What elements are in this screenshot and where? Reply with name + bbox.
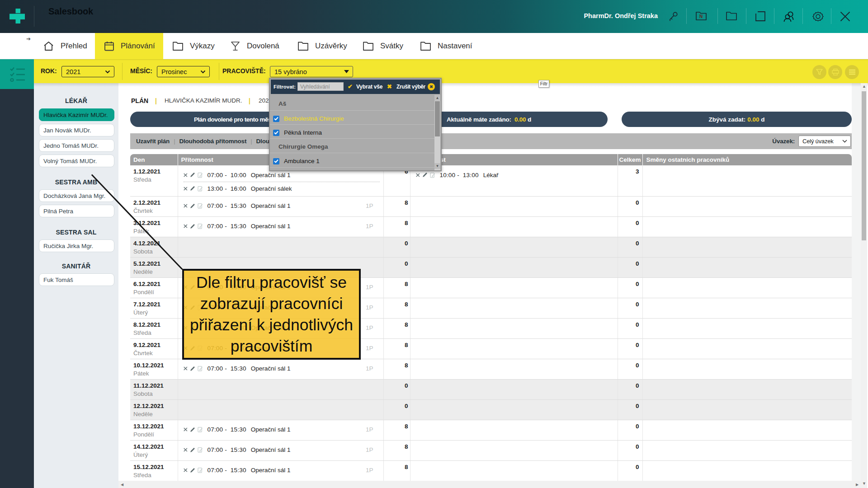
- svg-text:N: N: [699, 14, 703, 19]
